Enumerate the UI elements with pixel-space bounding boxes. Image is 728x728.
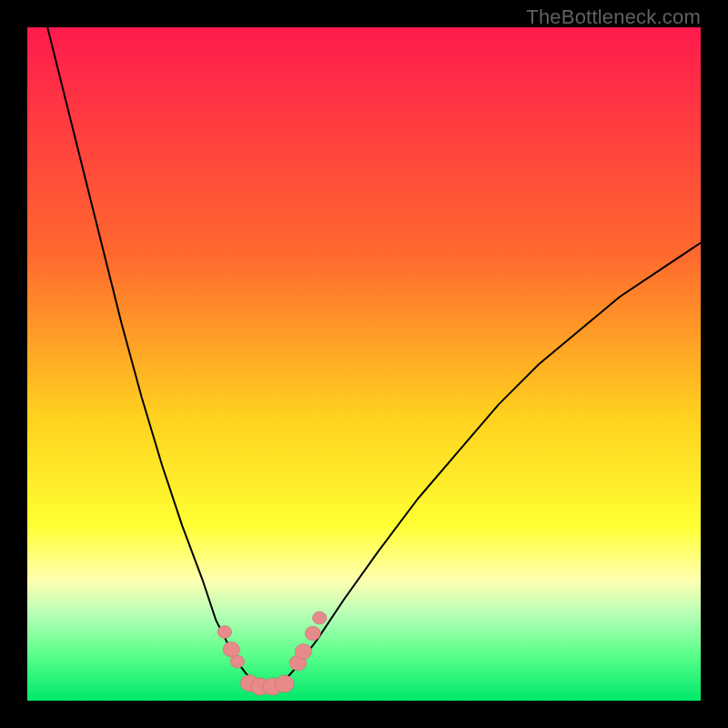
watermark-text: TheBottleneck.com [526, 5, 701, 29]
chart-svg [27, 27, 701, 701]
marker-point [217, 625, 232, 638]
marker-point [230, 655, 245, 668]
marker-point [223, 642, 240, 657]
plot-area [27, 27, 701, 701]
curve-right-curve [273, 243, 701, 687]
marker-point [295, 644, 312, 660]
curve-left-curve [47, 27, 267, 686]
marker-point [312, 612, 327, 624]
marker-point [305, 626, 320, 640]
outer-frame: TheBottleneck.com [0, 0, 728, 728]
marker-point [275, 675, 294, 693]
